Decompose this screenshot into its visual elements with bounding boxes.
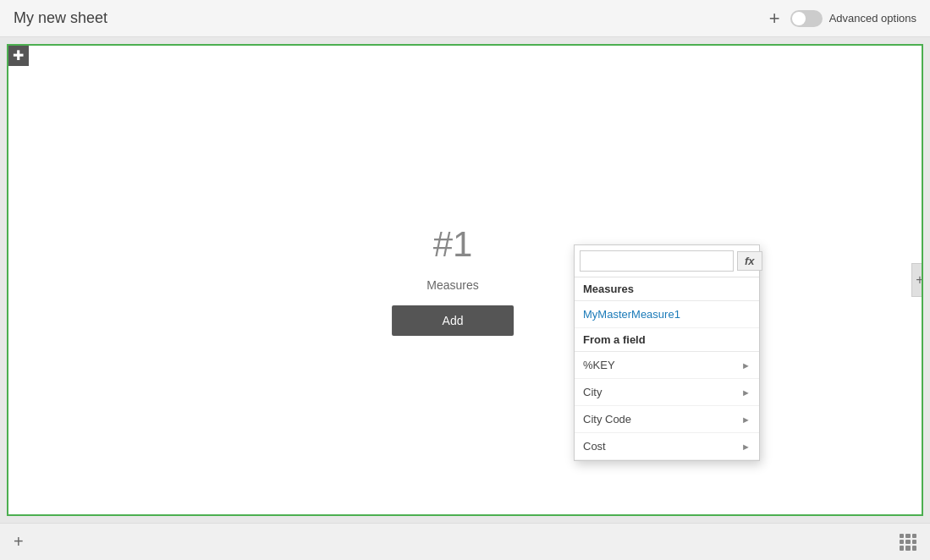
chevron-right-icon: ► [741, 360, 751, 371]
bottom-add-button[interactable]: + [14, 532, 24, 552]
dropdown-item-cost[interactable]: Cost ► [575, 433, 759, 460]
right-expand-button[interactable]: + [911, 263, 923, 297]
chevron-right-icon: ► [741, 415, 751, 425]
item-label: City [583, 386, 602, 398]
app-header: My new sheet + Advanced options [0, 0, 930, 37]
measure-number: #1 [433, 224, 473, 265]
measures-dropdown: fx Measures MyMasterMeasure1 From a fiel… [574, 244, 760, 461]
advanced-options-label: Advanced options [829, 12, 916, 25]
sheet-canvas: ✚ #1 Measures Add + fx Measures MyMaste [7, 44, 923, 516]
advanced-toggle-container: Advanced options [790, 10, 916, 27]
advanced-options-toggle[interactable] [790, 10, 823, 27]
section-header-from-a-field: From a field [575, 328, 759, 352]
sheet-title: My new sheet [14, 9, 107, 27]
dropdown-item-city-code[interactable]: City Code ► [575, 406, 759, 433]
item-label: %KEY [583, 359, 615, 371]
dropdown-search-input[interactable] [580, 250, 734, 272]
fx-button[interactable]: fx [737, 251, 762, 271]
chevron-right-icon: ► [741, 442, 751, 452]
chevron-right-icon: ► [741, 387, 751, 398]
item-label: City Code [583, 413, 631, 425]
dropdown-item-pctkey[interactable]: %KEY ► [575, 352, 759, 379]
header-actions: + Advanced options [769, 9, 916, 28]
canvas-add-icon[interactable]: ✚ [7, 44, 29, 66]
item-label: Cost [583, 440, 606, 453]
measures-label: Measures [426, 278, 478, 292]
dropdown-list: Measures MyMasterMeasure1 From a field %… [575, 277, 759, 460]
measures-add-button[interactable]: Add [392, 305, 515, 336]
dropdown-item-mymastermeasure1[interactable]: MyMasterMeasure1 [575, 301, 759, 328]
bottom-bar: + [0, 523, 930, 560]
grid-view-icon[interactable] [900, 534, 916, 551]
section-header-measures: Measures [575, 277, 759, 301]
measures-area: #1 Measures Add [392, 224, 515, 336]
add-button-header[interactable]: + [769, 9, 780, 28]
dropdown-item-city[interactable]: City ► [575, 379, 759, 406]
dropdown-search-row: fx [575, 245, 759, 277]
main-area: ✚ #1 Measures Add + fx Measures MyMaste [0, 37, 930, 523]
item-label: MyMasterMeasure1 [583, 308, 680, 321]
chevron-right-icon: + [916, 272, 923, 288]
